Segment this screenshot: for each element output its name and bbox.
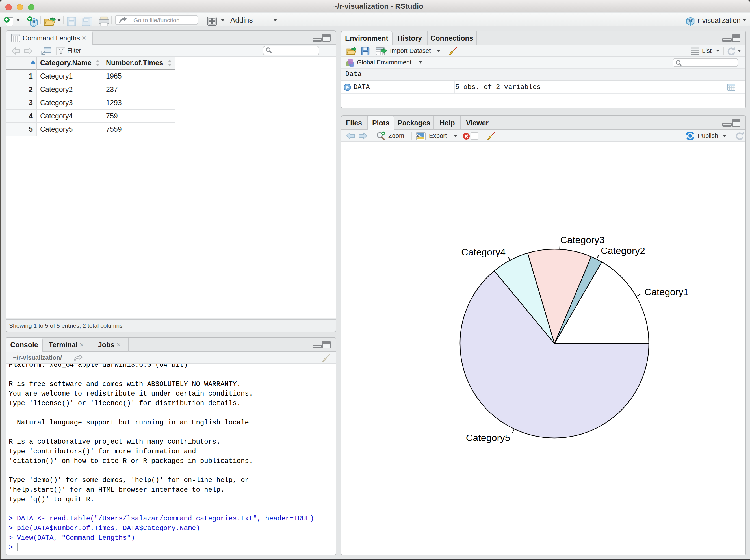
- svg-text:Category4: Category4: [461, 247, 506, 257]
- svg-text:R: R: [32, 19, 36, 25]
- svg-text:Category1: Category1: [644, 286, 689, 297]
- svg-text:R: R: [689, 18, 693, 23]
- svg-text:Category5: Category5: [466, 432, 510, 443]
- svg-text:Category2: Category2: [601, 245, 645, 256]
- svg-text:Category3: Category3: [560, 235, 605, 245]
